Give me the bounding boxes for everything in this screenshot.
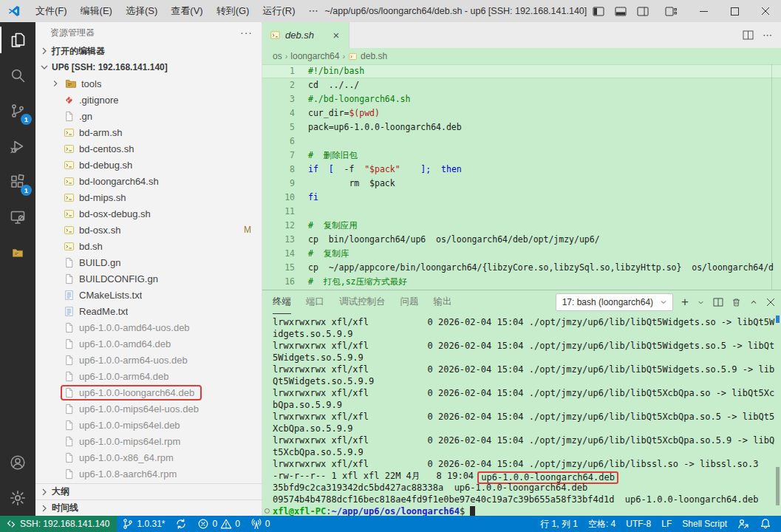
tab-deb-sh[interactable]: deb.sh ×: [262, 22, 349, 48]
code-line[interactable]: 8if [ -f "$pack" ]; then: [262, 163, 781, 177]
code-line[interactable]: 10fi: [262, 191, 781, 205]
new-terminal-icon[interactable]: +: [681, 295, 689, 310]
breadcrumb-file[interactable]: deb.sh: [348, 51, 387, 61]
maximize-button[interactable]: [719, 0, 750, 22]
status-feedback[interactable]: [732, 516, 754, 532]
editor-scrollbar[interactable]: [771, 64, 781, 290]
file-row[interactable]: bd-osx-debug.sh: [35, 205, 262, 222]
file-row[interactable]: bd-arm.sh: [35, 124, 262, 140]
file-row[interactable]: bd-loongarch64.sh: [35, 173, 262, 189]
status-encoding[interactable]: UTF-8: [621, 516, 656, 532]
activity-explorer[interactable]: [0, 22, 35, 58]
code-line[interactable]: 2cd ../../: [262, 78, 781, 92]
code-line[interactable]: 14# 复制库: [262, 247, 781, 261]
file-row[interactable]: up6-1.0.0-x86_64.rpm: [35, 449, 262, 466]
activity-source-control[interactable]: 1: [0, 93, 35, 129]
code-line[interactable]: 15cp ~/app/appcore/bin/loongarch64/{libz…: [262, 261, 781, 275]
status-eol[interactable]: LF: [656, 516, 677, 532]
terminal[interactable]: lrwxrwxrwx xfl/xfl 0 2026-02-04 15:04 ./…: [262, 314, 781, 516]
outline-section[interactable]: 大纲: [35, 483, 262, 499]
file-row[interactable]: up6-1.0.0-arm64.deb: [35, 368, 262, 384]
kill-terminal-icon[interactable]: [731, 297, 741, 307]
panel-tab[interactable]: 终端: [273, 290, 291, 314]
status-sync[interactable]: [170, 516, 192, 532]
code-editor[interactable]: 1#!/bin/bash2cd ../../3#./bd-loongarch64…: [262, 64, 781, 290]
file-row[interactable]: ReadMe.txt: [35, 303, 262, 319]
close-panel-icon[interactable]: [766, 298, 775, 307]
file-row[interactable]: BUILDCONFIG.gn: [35, 270, 262, 287]
panel-tab[interactable]: 问题: [400, 290, 419, 314]
terminal-scrollbar[interactable]: [776, 467, 780, 505]
activity-folder[interactable]: [0, 235, 35, 270]
toggle-secondary-sidebar-icon[interactable]: [633, 2, 652, 20]
file-row[interactable]: up6-1.0.0-arm64-uos.deb: [35, 352, 262, 368]
file-row[interactable]: up6-1.0.0-amd64-uos.deb: [35, 319, 262, 335]
code-line[interactable]: 11: [262, 205, 781, 219]
status-indentation[interactable]: 空格: 4: [583, 516, 621, 532]
tab-close-icon[interactable]: ×: [330, 29, 343, 41]
timeline-section[interactable]: 时间线: [35, 499, 262, 516]
terminal-select[interactable]: 17: bash (loongarch64): [556, 293, 673, 311]
activity-remote-explorer[interactable]: [0, 200, 35, 235]
file-row[interactable]: up6-1.0.0-mips64el.rpm: [35, 433, 262, 449]
code-line[interactable]: 1#!/bin/bash: [262, 64, 781, 78]
file-row[interactable]: up6-1.0.0-mips64el-uos.deb: [35, 400, 262, 417]
explorer-more-actions-icon[interactable]: ···: [240, 27, 253, 38]
status-git-branch[interactable]: 1.0.31*: [117, 516, 170, 532]
menu-item-3[interactable]: 查看(V): [164, 3, 209, 19]
menu-item-1[interactable]: 编辑(E): [74, 3, 119, 19]
file-row[interactable]: .gn: [35, 108, 262, 124]
code-line[interactable]: 3#./bd-loongarch64.sh: [262, 92, 781, 106]
menu-item-2[interactable]: 选择(S): [119, 3, 164, 19]
file-row[interactable]: bd-mips.sh: [35, 189, 262, 205]
more-actions-icon[interactable]: ⋯: [763, 30, 772, 41]
panel-tab[interactable]: 端口: [306, 290, 324, 314]
menu-item-4[interactable]: 转到(G): [210, 3, 256, 19]
code-line[interactable]: 7# 删除旧包: [262, 149, 781, 163]
minimize-button[interactable]: [688, 0, 719, 22]
activity-account[interactable]: [0, 445, 35, 480]
activity-run-debug[interactable]: [0, 129, 35, 164]
code-line[interactable]: 13cp bin/loongarch64/up6 os/loongarch64/…: [262, 233, 781, 247]
split-terminal-icon[interactable]: [713, 298, 723, 307]
maximize-panel-icon[interactable]: [749, 298, 758, 307]
menu-item-5[interactable]: 运行(R): [256, 3, 301, 19]
file-row[interactable]: tools: [35, 75, 262, 92]
file-row[interactable]: CMakeLists.txt: [35, 287, 262, 303]
file-row[interactable]: up6-1.0.0-mips64el.deb: [35, 417, 262, 433]
terminal-dropdown-icon[interactable]: [697, 299, 705, 307]
project-section-header[interactable]: UP6 [SSH: 192.168.141.140]: [35, 59, 262, 75]
activity-extensions[interactable]: 1: [0, 164, 35, 200]
menu-item-0[interactable]: 文件(F): [29, 3, 74, 19]
panel-tab[interactable]: 输出: [434, 290, 452, 314]
code-line[interactable]: 5pack=up6-1.0.0-loongarch64.deb: [262, 120, 781, 134]
file-row[interactable]: bd-osx.shM: [35, 222, 262, 238]
code-line[interactable]: 6: [262, 134, 781, 149]
file-row[interactable]: bd-centos.sh: [35, 140, 262, 157]
file-row[interactable]: up6-1.0.8-aarch64.rpm: [35, 466, 262, 482]
file-row[interactable]: bd-debug.sh: [35, 157, 262, 173]
split-editor-icon[interactable]: [743, 30, 754, 40]
file-row[interactable]: BUILD.gn: [35, 254, 262, 270]
status-language-mode[interactable]: Shell Script: [677, 516, 732, 532]
menu-item-6[interactable]: ⋯: [301, 3, 324, 19]
toggle-sidebar-icon[interactable]: [589, 2, 608, 20]
breadcrumb-loongarch64[interactable]: loongarch64: [290, 51, 339, 61]
activity-settings[interactable]: [0, 480, 35, 516]
file-row[interactable]: bd.sh: [35, 238, 262, 254]
open-editors-section[interactable]: 打开的编辑器: [35, 43, 262, 59]
customize-layout-icon[interactable]: [661, 2, 681, 20]
status-problems[interactable]: 00: [192, 516, 245, 532]
close-button[interactable]: [750, 0, 781, 22]
code-line[interactable]: 9 rm $pack: [262, 177, 781, 191]
code-line[interactable]: 12# 复制应用: [262, 219, 781, 233]
status-cursor-position[interactable]: 行 1, 列 1: [535, 516, 583, 532]
file-row[interactable]: up6-1.0.0-loongarch64.deb: [35, 384, 262, 400]
status-ports[interactable]: 0: [245, 516, 276, 532]
panel-tab[interactable]: 调试控制台: [339, 290, 386, 314]
activity-search[interactable]: [0, 58, 35, 93]
file-row[interactable]: .gitignore: [35, 92, 262, 108]
code-line[interactable]: 4cur_dir=$(pwd): [262, 106, 781, 120]
status-notifications[interactable]: [754, 516, 777, 532]
file-row[interactable]: up6-1.0.0-amd64.deb: [35, 335, 262, 352]
